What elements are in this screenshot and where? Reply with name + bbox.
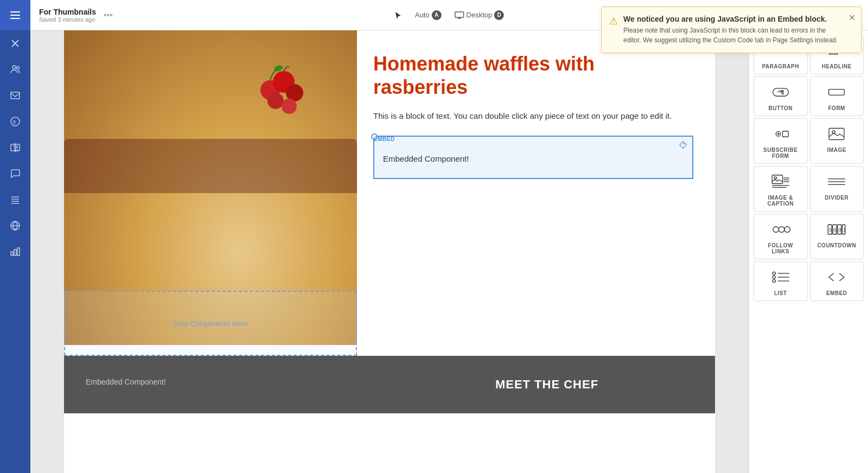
embed-block[interactable]: EMBED Embedded Component! xyxy=(373,136,693,179)
countdown-icon: 0001 xyxy=(826,221,847,238)
component-tile-divider[interactable]: DIVIDER xyxy=(810,166,864,212)
svg-point-61 xyxy=(773,272,775,274)
embed-block-label: EMBED xyxy=(374,136,395,142)
component-tile-image[interactable]: IMAGE xyxy=(810,118,864,164)
component-tile-countdown[interactable]: 0001COUNTDOWN xyxy=(810,214,864,259)
svg-text:0: 0 xyxy=(834,227,837,233)
sidebar-item-monetize[interactable]: $ xyxy=(0,108,30,135)
svg-rect-35 xyxy=(782,131,788,137)
image-label: IMAGE xyxy=(827,147,846,153)
svg-rect-36 xyxy=(829,129,844,140)
auto-mode-button[interactable]: Auto A xyxy=(415,10,442,20)
svg-rect-38 xyxy=(772,175,782,184)
sidebar-item-dollar[interactable] xyxy=(0,135,30,161)
svg-rect-18 xyxy=(17,248,20,255)
desktop-badge: D xyxy=(494,10,504,20)
sidebar-item-people[interactable] xyxy=(0,56,30,82)
svg-rect-19 xyxy=(455,12,464,17)
subscribe-form-icon xyxy=(770,125,792,143)
svg-point-49 xyxy=(778,227,784,233)
form-label: FORM xyxy=(828,105,845,111)
drop-zone-label: Drop Components Here xyxy=(173,319,247,328)
follow-links-icon xyxy=(770,221,792,238)
svg-point-26 xyxy=(282,99,297,114)
notification-banner: ⚠ We noticed you are using JavaScript in… xyxy=(601,7,861,53)
svg-point-50 xyxy=(784,227,790,233)
image-column: Drop Components Here xyxy=(64,30,357,356)
sidebar-item-mail[interactable] xyxy=(0,82,30,108)
berries-decoration xyxy=(248,63,314,128)
notification-header: ⚠ We noticed you are using JavaScript in… xyxy=(609,15,841,45)
notification-close-button[interactable]: ✕ xyxy=(848,12,856,23)
component-tile-embed[interactable]: EMBED xyxy=(810,261,864,301)
sidebar-item-list[interactable] xyxy=(0,187,30,213)
notification-text: We noticed you are using JavaScript in a… xyxy=(623,15,841,45)
button-icon xyxy=(770,84,792,101)
auto-badge: A xyxy=(432,10,442,20)
notification-title: We noticed you are using JavaScript in a… xyxy=(623,15,841,23)
canvas-area[interactable]: Drop Components Here Homemade waffles wi… xyxy=(30,30,749,473)
subscribe-form-label: SUBSCRIBE FORM xyxy=(758,147,803,159)
component-tile-subscribe-form[interactable]: SUBSCRIBE FORM xyxy=(754,118,808,164)
workspace: Drop Components Here Homemade waffles wi… xyxy=(30,30,868,473)
embed-icon xyxy=(826,269,847,286)
divider-label: DIVIDER xyxy=(825,195,848,201)
paragraph-label: PARAGRAPH xyxy=(762,63,799,69)
bottom-section: Embedded Component! MEET THE CHEF xyxy=(64,356,715,413)
list-icon xyxy=(770,269,792,286)
image-caption-label: IMAGE & CAPTION xyxy=(758,195,803,207)
auto-label: Auto xyxy=(415,11,430,19)
button-label: BUTTON xyxy=(769,105,793,111)
svg-point-5 xyxy=(12,66,16,69)
save-status: Saved 3 minutes ago xyxy=(39,16,96,23)
svg-point-48 xyxy=(773,227,779,233)
svg-text:$: $ xyxy=(13,119,16,125)
bottom-embedded-text: Embedded Component! xyxy=(86,378,166,386)
bottom-left-area: Embedded Component! xyxy=(86,378,379,392)
form-icon xyxy=(826,84,847,101)
svg-rect-31 xyxy=(829,90,845,95)
sidebar-item-chart[interactable] xyxy=(0,239,30,265)
svg-rect-7 xyxy=(11,92,20,99)
desktop-label: Desktop xyxy=(467,11,493,19)
bottom-center-area: MEET THE CHEF xyxy=(400,378,693,392)
list-label: LIST xyxy=(774,290,787,296)
sidebar-item-close[interactable] xyxy=(0,30,30,56)
sidebar-toggle-button[interactable] xyxy=(0,0,30,30)
right-panel: TPARAGRAPHHHEADLINEBUTTONFORMSUBSCRIBE F… xyxy=(749,30,868,473)
headline-label: HEADLINE xyxy=(822,63,852,69)
page-content: Drop Components Here Homemade waffles wi… xyxy=(64,30,715,473)
svg-point-63 xyxy=(773,279,775,282)
page-title: For Thumbnails xyxy=(39,8,96,16)
image-icon xyxy=(826,125,847,143)
component-tile-follow-links[interactable]: FOLLOW LINKS xyxy=(754,214,808,259)
component-tile-form[interactable]: FORM xyxy=(810,76,864,116)
svg-point-6 xyxy=(17,67,20,69)
sidebar-item-chat[interactable] xyxy=(0,161,30,187)
svg-text:0: 0 xyxy=(829,227,832,233)
svg-point-39 xyxy=(774,177,776,179)
text-column: Homemade waffles with rasberries This is… xyxy=(357,30,715,356)
embedded-component-text: Embedded Component! xyxy=(383,154,469,163)
component-tile-button[interactable]: BUTTON xyxy=(754,76,808,116)
component-tile-list[interactable]: LIST xyxy=(754,261,808,301)
image-caption-icon xyxy=(770,173,792,190)
svg-rect-2 xyxy=(10,18,20,19)
component-tile-image-caption[interactable]: IMAGE & CAPTION xyxy=(754,166,808,212)
article-section: Drop Components Here Homemade waffles wi… xyxy=(64,30,715,356)
topbar-more-options[interactable]: ••• xyxy=(104,10,113,20)
sidebar-item-globe[interactable] xyxy=(0,213,30,239)
embed-content: Embedded Component! xyxy=(383,145,684,163)
drop-zone[interactable]: Drop Components Here xyxy=(64,291,357,356)
svg-point-62 xyxy=(773,276,775,278)
embed-drag-handle[interactable] xyxy=(678,140,688,152)
left-sidebar: $ xyxy=(0,0,30,473)
article-title[interactable]: Homemade waffles with rasberries xyxy=(373,52,693,99)
svg-text:1: 1 xyxy=(844,227,846,233)
svg-rect-17 xyxy=(14,250,16,255)
desktop-mode-button[interactable]: Desktop D xyxy=(455,10,505,20)
embed-label: EMBED xyxy=(826,290,847,296)
svg-point-25 xyxy=(267,93,284,109)
article-body[interactable]: This is a block of text. You can double … xyxy=(373,110,693,123)
cursor-tool[interactable] xyxy=(394,11,402,20)
